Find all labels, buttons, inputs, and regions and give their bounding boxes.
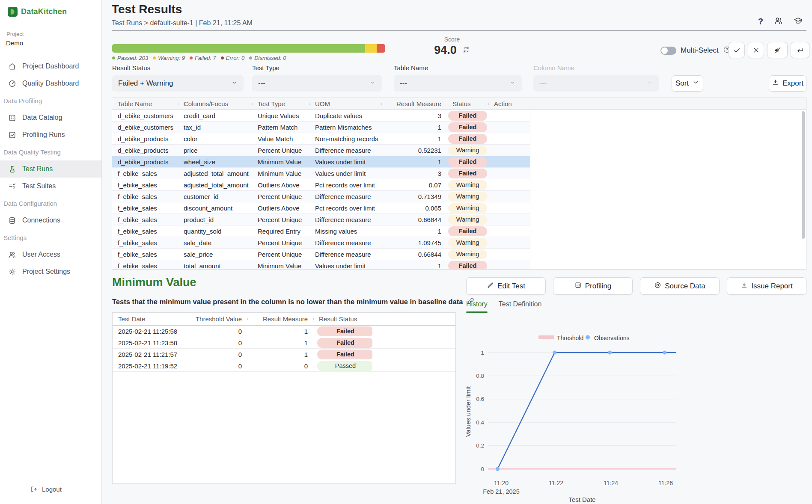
sidebar-item-label: Test Suites (22, 182, 56, 190)
table-scrollbar[interactable] (802, 111, 805, 239)
status-badge: Failed (317, 338, 372, 348)
cell-status: Failed (447, 169, 488, 178)
mute-dismiss-button[interactable] (767, 42, 788, 58)
tab-history[interactable]: History (466, 300, 488, 308)
filter-table-name: Table Name --- (394, 64, 522, 71)
cell-status: Warning (447, 249, 488, 259)
sidebar-item-data-catalog[interactable]: Data Catalog (0, 109, 101, 126)
table-row[interactable]: f_ebike_salesadjusted_total_amountMinimu… (112, 168, 530, 179)
sidebar-item-connections[interactable]: Connections (0, 212, 101, 229)
test-type-select[interactable]: --- (252, 75, 382, 92)
table-row[interactable]: f_ebike_salesquantity_soldRequired Entry… (112, 225, 530, 237)
cell-test-type: Required Entry (252, 228, 309, 235)
col-test-date: Test Date (113, 315, 183, 323)
database-icon (8, 216, 16, 225)
export-button[interactable]: Export (769, 75, 806, 92)
cell-status: Failed (447, 226, 488, 236)
x-tick-label: 11:20 (494, 480, 509, 486)
cell-columns-focus: quantity_sold (178, 228, 252, 235)
detail-action-buttons: Edit Test Profiling Source Data Issue Re… (466, 277, 806, 295)
table-row[interactable]: f_ebike_salesadjusted_total_amountOutlie… (112, 179, 530, 191)
cell-test-type: Percent Unique (252, 193, 309, 200)
cell-table-name: f_ebike_sales (112, 251, 178, 258)
cell-result-status: Failed (313, 338, 372, 348)
cell-uom: Missing values (309, 228, 381, 235)
y-tick-label: 0.8 (476, 373, 484, 379)
logo: DataKitchen (8, 7, 67, 17)
testtube-icon (8, 165, 16, 173)
table-row[interactable]: f_ebike_salessale_pricePercent UniqueDif… (112, 249, 530, 260)
stat-warning-: Warning: 9 (153, 55, 185, 61)
cell-result-measure: 1.09745 (381, 239, 447, 246)
status-badge: Failed (448, 157, 487, 167)
chevron-down-icon (647, 79, 653, 88)
table-row[interactable]: f_ebike_salescustomer_idPercent UniqueDi… (112, 191, 530, 202)
score-block: Score 94.0 (422, 36, 482, 57)
table-row[interactable]: d_ebike_productscolorValue MatchNon-matc… (112, 133, 530, 145)
table-row[interactable]: d_ebike_customerstax_idPattern MatchPatt… (112, 122, 530, 133)
source-data-button[interactable]: Source Data (640, 277, 720, 295)
profiling-button[interactable]: Profiling (553, 277, 633, 295)
top-icons: ? (758, 16, 803, 27)
pass-check-button[interactable] (729, 42, 745, 58)
cell-uom: Pct records over limit (309, 181, 381, 189)
issue-report-button[interactable]: Issue Report (727, 277, 806, 295)
col-threshold-value: Threshold Value (183, 315, 247, 323)
table-name-select[interactable]: --- (394, 75, 522, 92)
observation-point (663, 351, 666, 355)
filter-bar: Result Status Failed + Warning Test Type… (112, 64, 806, 92)
suites-icon (8, 182, 16, 190)
learning-cap-icon[interactable] (794, 16, 803, 27)
sidebar-item-profiling-runs[interactable]: Profiling Runs (0, 126, 101, 143)
table-row[interactable]: f_ebike_salessale_datePercent UniqueDiff… (112, 237, 530, 249)
cell-columns-focus: price (178, 147, 252, 154)
undo-return-button[interactable] (791, 42, 809, 58)
sidebar-nav: Project DashboardQuality DashboardData P… (0, 58, 101, 280)
cell-test-type: Percent Unique (252, 216, 309, 223)
history-chart: 00.20.40.60.81Values under limit11:2011:… (466, 317, 806, 504)
table-row[interactable]: f_ebike_salesdiscount_amountOutliers Abo… (112, 202, 530, 214)
sidebar-item-project-dashboard[interactable]: Project Dashboard (0, 58, 101, 75)
table-row[interactable]: d_ebike_productspricePercent UniqueDiffe… (112, 145, 530, 156)
select-value: --- (400, 79, 407, 88)
result-status-select[interactable]: Failed + Warning (112, 75, 244, 92)
progress-segment-failed (377, 44, 385, 53)
users-icon[interactable] (774, 16, 783, 27)
cell-table-name: f_ebike_sales (112, 216, 178, 223)
cell-status: Failed (447, 122, 488, 132)
table-row[interactable]: f_ebike_salestotal_amountMinimum ValueVa… (112, 260, 530, 269)
logout-button[interactable]: Logout (30, 486, 62, 493)
status-badge: Passed (317, 361, 372, 371)
observation-point (496, 467, 500, 471)
stat-failed-: Failed: 7 (190, 55, 216, 61)
cell-test-type: Percent Unique (252, 239, 309, 246)
cell-test-date: 2025-02-21 11:19:52 (113, 362, 183, 370)
tab-test-definition[interactable]: Test Definition (499, 300, 542, 308)
column-name-select[interactable]: --- (533, 75, 659, 92)
issue-report-label: Issue Report (751, 282, 792, 291)
table-row[interactable]: f_ebike_salesproduct_idPercent UniqueDif… (112, 214, 530, 225)
edit-test-button[interactable]: Edit Test (466, 277, 546, 295)
sidebar-item-test-runs[interactable]: Test Runs (0, 160, 101, 178)
refresh-icon[interactable] (462, 46, 470, 55)
col-result-measure: Result Measure (381, 100, 447, 107)
sidebar-item-project-settings[interactable]: Project Settings (0, 263, 101, 280)
help-icon[interactable]: ? (758, 17, 763, 27)
cell-result-status: Passed (313, 361, 372, 371)
gauge-icon (8, 80, 16, 88)
table-row[interactable]: d_ebike_customerscredit_cardUnique Value… (112, 110, 530, 122)
edit-test-label: Edit Test (497, 282, 525, 291)
home-icon (8, 62, 16, 71)
sidebar-item-quality-dashboard[interactable]: Quality Dashboard (0, 75, 101, 92)
sidebar-item-test-suites[interactable]: Test Suites (0, 178, 101, 195)
datakitchen-logo-icon (8, 7, 18, 17)
table-row[interactable]: d_ebike_productswheel_sizeMinimum ValueV… (112, 156, 530, 168)
stat-text: Passed: 203 (117, 55, 148, 61)
history-table-header: Test Date Threshold Value Result Measure… (113, 313, 455, 326)
multi-select-control: Multi-Select (660, 46, 731, 55)
multi-select-toggle[interactable] (660, 47, 676, 55)
sidebar-item-user-access[interactable]: User Access (0, 246, 101, 263)
fail-x-button[interactable] (748, 42, 764, 58)
sort-button[interactable]: Sort (672, 75, 703, 92)
cell-result-measure: 1 (381, 124, 447, 131)
